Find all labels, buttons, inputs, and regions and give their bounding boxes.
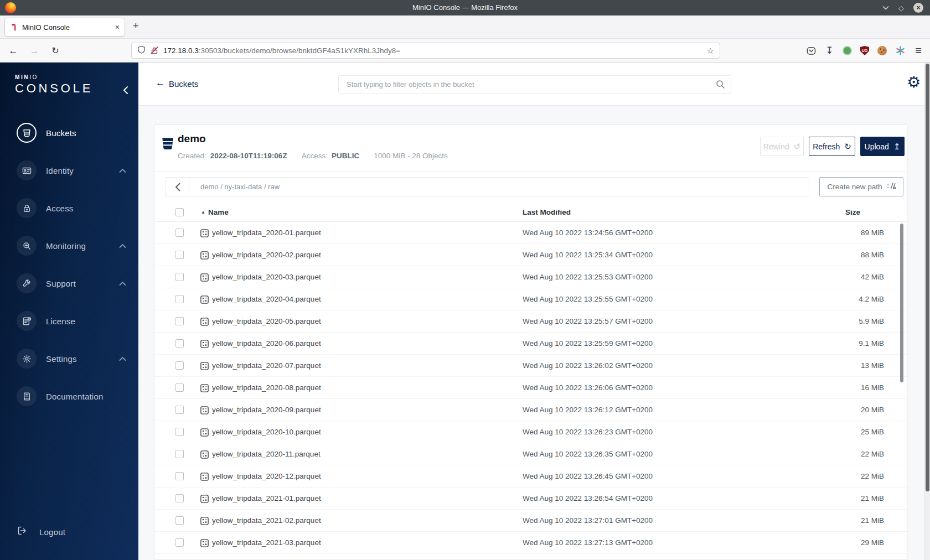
back-arrow-icon[interactable]: ← [156, 77, 165, 89]
sidebar-item-buckets[interactable]: Buckets [0, 114, 138, 152]
chevron-up-icon[interactable] [119, 356, 126, 361]
column-header-name[interactable]: Name [208, 203, 229, 221]
browser-forward-icon[interactable]: → [27, 39, 42, 63]
browser-reload-icon[interactable]: ↻ [48, 39, 63, 63]
chevron-up-icon[interactable] [119, 243, 126, 248]
tracking-shield-icon[interactable] [137, 45, 146, 56]
tab-close-icon[interactable]: × [115, 23, 120, 32]
object-name[interactable]: yellow_tripdata_2020-04.parquet [212, 288, 321, 310]
table-row[interactable]: yellow_tripdata_2021-02.parquet Wed Aug … [154, 510, 907, 532]
row-checkbox[interactable] [175, 516, 184, 525]
page-scrollbar-thumb[interactable] [926, 64, 929, 491]
bookmark-star-icon[interactable]: ☆ [707, 46, 714, 56]
object-name[interactable]: yellow_tripdata_2020-05.parquet [212, 310, 321, 332]
settings-gear-icon[interactable]: ⚙ [907, 75, 921, 90]
hamburger-menu-icon[interactable]: ≡ [913, 46, 923, 56]
sidebar-item-monitoring[interactable]: Monitoring [0, 227, 138, 265]
row-checkbox[interactable] [175, 406, 184, 414]
sidebar-item-access[interactable]: Access [0, 189, 138, 227]
row-checkbox[interactable] [175, 472, 184, 480]
window-minimize-icon[interactable] [882, 6, 889, 10]
new-tab-button[interactable]: + [133, 20, 139, 32]
browser-back-icon[interactable]: ← [6, 39, 21, 63]
sidebar-item-support[interactable]: Support [0, 265, 138, 302]
table-row[interactable]: yellow_tripdata_2021-01.parquet Wed Aug … [154, 488, 907, 510]
object-last-modified: Wed Aug 10 2022 13:26:02 GMT+0200 [523, 355, 653, 376]
ublock-shield-icon[interactable]: UO [860, 46, 869, 55]
object-name[interactable]: yellow_tripdata_2021-01.parquet [212, 488, 321, 509]
table-scrollbar-thumb[interactable] [900, 224, 903, 382]
table-row[interactable]: yellow_tripdata_2021-03.parquet Wed Aug … [154, 532, 907, 554]
table-row[interactable]: yellow_tripdata_2020-01.parquet Wed Aug … [154, 222, 907, 244]
sidebar-collapse-icon[interactable] [122, 86, 128, 97]
object-name[interactable]: yellow_tripdata_2020-12.parquet [212, 465, 321, 487]
object-name[interactable]: yellow_tripdata_2020-07.parquet [212, 355, 321, 376]
cookie-extension-icon[interactable] [877, 46, 887, 55]
window-maximize-icon[interactable]: ◇ [898, 4, 904, 12]
object-name[interactable]: yellow_tripdata_2021-02.parquet [212, 510, 321, 531]
table-row[interactable]: yellow_tripdata_2020-09.parquet Wed Aug … [154, 399, 907, 421]
object-name[interactable]: yellow_tripdata_2020-02.parquet [212, 244, 321, 266]
create-new-path-button[interactable]: Create new path [819, 177, 903, 196]
url-text[interactable]: 172.18.0.3:30503/buckets/demo/browse/bnk… [163, 46, 400, 55]
row-checkbox[interactable] [175, 361, 184, 370]
object-name[interactable]: yellow_tripdata_2020-08.parquet [212, 377, 321, 398]
table-row[interactable]: yellow_tripdata_2020-05.parquet Wed Aug … [154, 310, 907, 333]
row-checkbox[interactable] [175, 229, 184, 237]
extension-green-icon[interactable] [843, 46, 852, 55]
object-name[interactable]: yellow_tripdata_2020-03.parquet [212, 266, 321, 288]
sidebar-item-identity[interactable]: Identity [0, 152, 138, 189]
table-row[interactable]: yellow_tripdata_2020-10.parquet Wed Aug … [154, 421, 907, 443]
table-row[interactable]: yellow_tripdata_2020-07.parquet Wed Aug … [154, 355, 907, 377]
row-checkbox[interactable] [175, 273, 184, 281]
row-checkbox[interactable] [175, 494, 184, 502]
browser-tab[interactable]: MinIO Console × [4, 18, 125, 37]
sidebar-item-logout[interactable]: Logout [17, 521, 65, 542]
table-row[interactable]: yellow_tripdata_2020-08.parquet Wed Aug … [154, 377, 907, 399]
sidebar-item-license[interactable]: License [0, 302, 138, 340]
object-name[interactable]: yellow_tripdata_2020-11.parquet [212, 443, 321, 465]
object-name[interactable]: yellow_tripdata_2020-01.parquet [212, 222, 321, 243]
page-scrollbar[interactable] [924, 63, 930, 560]
row-checkbox[interactable] [175, 251, 184, 259]
object-name[interactable]: yellow_tripdata_2020-06.parquet [212, 333, 321, 354]
select-all-checkbox[interactable] [175, 208, 184, 216]
sidebar-item-documentation[interactable]: Documentation [0, 377, 138, 415]
downloads-icon[interactable]: ↧ [824, 46, 834, 56]
chevron-up-icon[interactable] [119, 168, 126, 173]
identity-icon [17, 160, 37, 180]
sidebar-item-settings[interactable]: Settings [0, 340, 138, 377]
row-checkbox[interactable] [175, 383, 184, 392]
table-row[interactable]: yellow_tripdata_2020-03.parquet Wed Aug … [154, 266, 907, 288]
rewind-button[interactable]: Rewind↺ [760, 137, 804, 156]
table-row[interactable]: yellow_tripdata_2020-11.parquet Wed Aug … [154, 443, 907, 465]
row-checkbox[interactable] [175, 317, 184, 325]
row-checkbox[interactable] [175, 428, 184, 436]
object-name[interactable]: yellow_tripdata_2021-03.parquet [212, 532, 321, 553]
object-size: 20 MiB [818, 399, 884, 421]
access-label: Access: [302, 152, 328, 160]
object-name[interactable]: yellow_tripdata_2020-09.parquet [212, 399, 321, 421]
search-input[interactable] [338, 75, 731, 94]
row-checkbox[interactable] [175, 339, 184, 348]
page-title[interactable]: Buckets [169, 79, 198, 89]
row-checkbox[interactable] [175, 538, 184, 547]
chevron-up-icon[interactable] [119, 281, 126, 286]
table-row[interactable]: yellow_tripdata_2020-04.parquet Wed Aug … [154, 288, 907, 310]
sort-asc-icon[interactable]: ▲ [201, 210, 205, 215]
breadcrumb[interactable]: demo / ny-taxi-data / raw [200, 183, 280, 191]
table-row[interactable]: yellow_tripdata_2020-02.parquet Wed Aug … [154, 244, 907, 266]
upload-button[interactable]: Upload↥ [860, 137, 905, 156]
table-row[interactable]: yellow_tripdata_2020-12.parquet Wed Aug … [154, 465, 907, 488]
path-back-icon[interactable] [166, 178, 189, 196]
table-row[interactable]: yellow_tripdata_2020-06.parquet Wed Aug … [154, 333, 907, 355]
object-name[interactable]: yellow_tripdata_2020-10.parquet [212, 421, 321, 443]
url-bar[interactable]: 172.18.0.3:30503/buckets/demo/browse/bnk… [131, 43, 720, 59]
pocket-icon[interactable] [806, 46, 816, 56]
insecure-lock-icon[interactable] [151, 46, 158, 55]
row-checkbox[interactable] [175, 295, 184, 303]
row-checkbox[interactable] [175, 450, 184, 458]
window-close-icon[interactable]: × [913, 3, 923, 13]
refresh-button[interactable]: Refresh↻ [809, 137, 855, 156]
container-asterisk-icon[interactable] [895, 46, 905, 56]
